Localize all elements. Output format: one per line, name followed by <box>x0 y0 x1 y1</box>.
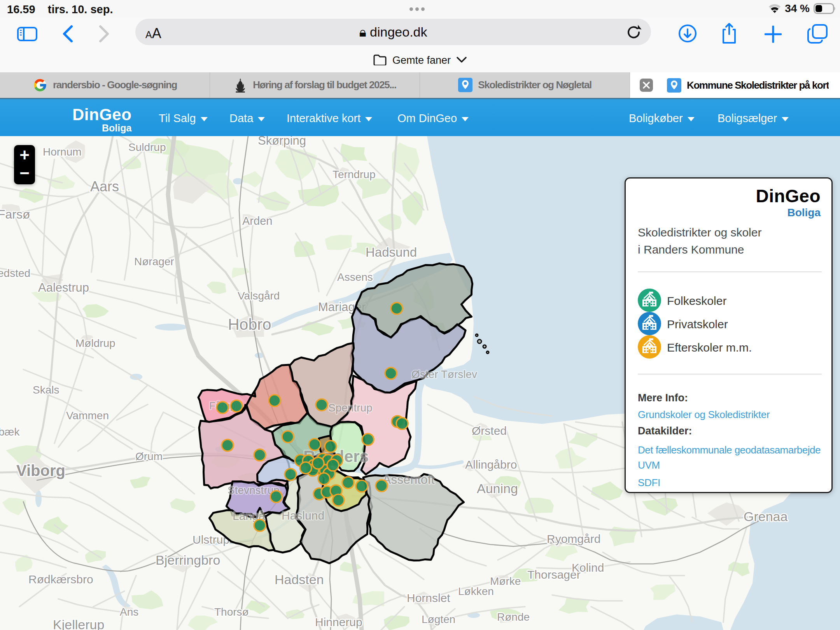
svg-text:Spentrup: Spentrup <box>328 402 373 414</box>
svg-text:edsted: edsted <box>0 267 30 279</box>
svg-text:Løgten: Løgten <box>422 613 455 625</box>
svg-text:Assens: Assens <box>337 271 373 283</box>
svg-text:Viborg: Viborg <box>16 462 65 479</box>
svg-text:Hobro: Hobro <box>228 315 271 333</box>
svg-text:Aalestrup: Aalestrup <box>38 281 89 294</box>
svg-text:Ørsted: Ørsted <box>472 424 507 437</box>
svg-text:Ryomgård: Ryomgård <box>547 532 600 545</box>
svg-text:Nørager: Nørager <box>134 256 174 268</box>
svg-text:Aars: Aars <box>90 178 119 194</box>
svg-text:Hadsund: Hadsund <box>366 245 417 259</box>
svg-text:Hadsten: Hadsten <box>275 572 324 587</box>
svg-text:Løkken: Løkken <box>458 585 494 597</box>
svg-text:Skørping: Skørping <box>258 136 306 147</box>
svg-text:Hornum: Hornum <box>43 146 82 158</box>
svg-text:Arden: Arden <box>242 215 272 227</box>
svg-text:Ørum: Ørum <box>135 450 163 462</box>
svg-text:Mørke: Mørke <box>490 575 521 587</box>
svg-text:Suldrup: Suldrup <box>128 141 166 153</box>
svg-text:Ans: Ans <box>120 606 138 618</box>
svg-text:Kolind: Kolind <box>572 561 604 574</box>
svg-text:Farsø: Farsø <box>0 207 30 221</box>
svg-text:Valsgård: Valsgård <box>238 290 280 302</box>
svg-text:Møldrup: Møldrup <box>75 337 116 349</box>
svg-text:Haslund: Haslund <box>282 509 324 522</box>
svg-text:Rønde: Rønde <box>497 611 530 623</box>
svg-text:Rødkærsbro: Rødkærsbro <box>28 573 93 586</box>
svg-text:Allingåbro: Allingåbro <box>465 458 517 471</box>
svg-text:bæk: bæk <box>0 426 20 438</box>
svg-text:Bjerringbro: Bjerringbro <box>156 553 220 567</box>
svg-text:Auning: Auning <box>477 481 518 496</box>
svg-text:Hornslet: Hornslet <box>407 592 450 604</box>
svg-text:Hinnerup: Hinnerup <box>315 616 362 628</box>
svg-text:Øster Tørslev: Øster Tørslev <box>411 368 477 380</box>
svg-text:Terndrup: Terndrup <box>332 168 376 180</box>
svg-text:Vammen: Vammen <box>66 410 109 422</box>
svg-text:Kjellerup: Kjellerup <box>53 617 104 630</box>
svg-text:Skals: Skals <box>33 384 59 396</box>
svg-text:Thorsø: Thorsø <box>214 606 249 618</box>
svg-text:Assentoft: Assentoft <box>383 472 435 486</box>
svg-text:Grenaa: Grenaa <box>744 509 788 524</box>
